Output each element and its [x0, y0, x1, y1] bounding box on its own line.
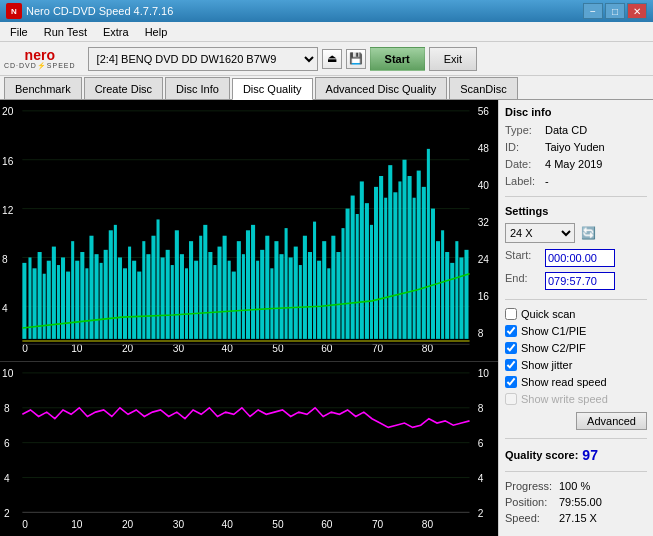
upper-chart-svg: 20 16 12 8 4 56 48 40 32 24 16 8 0 10 20…: [0, 100, 498, 361]
start-button[interactable]: Start: [370, 47, 425, 71]
tab-disc-info[interactable]: Disc Info: [165, 77, 230, 99]
progress-value: 100 %: [559, 480, 590, 492]
svg-rect-35: [57, 265, 60, 339]
end-input[interactable]: [545, 272, 615, 290]
svg-text:6: 6: [4, 436, 10, 448]
menu-run-test[interactable]: Run Test: [38, 24, 93, 40]
svg-text:60: 60: [321, 517, 332, 529]
menu-bar: File Run Test Extra Help: [0, 22, 653, 42]
svg-rect-99: [360, 181, 364, 338]
svg-rect-37: [66, 272, 70, 339]
title-bar-controls: − □ ✕: [583, 3, 647, 19]
svg-rect-115: [436, 241, 440, 339]
svg-text:0: 0: [22, 517, 28, 529]
show-c2pif-checkbox[interactable]: [505, 342, 517, 354]
svg-rect-98: [356, 214, 359, 339]
menu-help[interactable]: Help: [139, 24, 174, 40]
disc-date-label: Date:: [505, 158, 541, 170]
svg-rect-40: [80, 252, 84, 339]
svg-text:10: 10: [2, 367, 13, 379]
svg-rect-47: [114, 225, 117, 339]
svg-rect-44: [100, 263, 103, 339]
show-c2pif-row: Show C2/PIF: [505, 342, 647, 354]
svg-rect-70: [223, 236, 227, 339]
svg-rect-86: [299, 265, 302, 339]
svg-text:30: 30: [173, 342, 184, 354]
svg-rect-102: [374, 187, 378, 339]
menu-file[interactable]: File: [4, 24, 34, 40]
svg-rect-116: [441, 230, 444, 339]
svg-rect-45: [104, 250, 108, 339]
svg-rect-33: [47, 261, 51, 339]
svg-rect-49: [123, 268, 127, 339]
svg-text:40: 40: [478, 179, 489, 191]
svg-text:16: 16: [2, 155, 13, 167]
svg-rect-75: [246, 230, 250, 339]
svg-rect-68: [213, 265, 216, 339]
show-jitter-checkbox[interactable]: [505, 359, 517, 371]
disc-id-value: Taiyo Yuden: [545, 141, 605, 153]
svg-rect-122: [0, 362, 498, 536]
svg-rect-36: [61, 257, 65, 338]
svg-text:8: 8: [2, 253, 8, 265]
svg-rect-38: [71, 241, 74, 339]
save-icon[interactable]: 💾: [346, 49, 366, 69]
svg-rect-62: [185, 268, 188, 339]
show-read-speed-label: Show read speed: [521, 376, 607, 388]
minimize-button[interactable]: −: [583, 3, 603, 19]
advanced-button[interactable]: Advanced: [576, 412, 647, 430]
svg-text:4: 4: [4, 471, 10, 483]
tab-disc-quality[interactable]: Disc Quality: [232, 78, 313, 100]
maximize-button[interactable]: □: [605, 3, 625, 19]
show-write-speed-checkbox[interactable]: [505, 393, 517, 405]
svg-rect-114: [431, 209, 435, 339]
divider-3: [505, 438, 647, 439]
start-row: Start:: [505, 249, 647, 267]
settings-title: Settings: [505, 205, 647, 217]
eject-icon[interactable]: ⏏: [322, 49, 342, 69]
disc-type-value: Data CD: [545, 124, 587, 136]
end-label: End:: [505, 272, 541, 290]
start-input[interactable]: [545, 249, 615, 267]
svg-rect-113: [427, 149, 430, 339]
position-row: Position: 79:55.00: [505, 496, 647, 508]
svg-rect-105: [388, 165, 392, 339]
svg-rect-80: [270, 268, 273, 339]
quick-scan-checkbox[interactable]: [505, 308, 517, 320]
svg-rect-66: [203, 225, 207, 339]
show-c1pie-checkbox[interactable]: [505, 325, 517, 337]
toolbar: nero CD·DVD⚡SPEED [2:4] BENQ DVD DD DW16…: [0, 42, 653, 76]
tab-scan-disc[interactable]: ScanDisc: [449, 77, 517, 99]
svg-rect-63: [189, 241, 193, 339]
nero-logo-top: nero: [25, 48, 55, 62]
svg-rect-65: [199, 236, 202, 339]
speed-select[interactable]: 24 X: [505, 223, 575, 243]
show-read-speed-checkbox[interactable]: [505, 376, 517, 388]
svg-rect-55: [151, 236, 155, 339]
svg-rect-94: [336, 252, 340, 339]
exit-button[interactable]: Exit: [429, 47, 477, 71]
drive-select[interactable]: [2:4] BENQ DVD DD DW1620 B7W9: [88, 47, 318, 71]
svg-text:30: 30: [173, 517, 184, 529]
position-value: 79:55.00: [559, 496, 602, 508]
tab-create-disc[interactable]: Create Disc: [84, 77, 163, 99]
show-jitter-row: Show jitter: [505, 359, 647, 371]
svg-text:6: 6: [478, 436, 484, 448]
quick-scan-row: Quick scan: [505, 308, 647, 320]
disc-label-label: Label:: [505, 175, 541, 187]
refresh-icon[interactable]: 🔄: [579, 224, 597, 242]
svg-rect-77: [256, 261, 259, 339]
svg-text:2: 2: [4, 506, 10, 518]
tab-benchmark[interactable]: Benchmark: [4, 77, 82, 99]
quality-score-value: 97: [582, 447, 598, 463]
close-button[interactable]: ✕: [627, 3, 647, 19]
svg-text:50: 50: [272, 342, 283, 354]
svg-text:8: 8: [4, 401, 10, 413]
tab-advanced-disc-quality[interactable]: Advanced Disc Quality: [315, 77, 448, 99]
svg-text:0: 0: [22, 342, 28, 354]
menu-extra[interactable]: Extra: [97, 24, 135, 40]
svg-rect-78: [260, 250, 264, 339]
svg-rect-48: [118, 257, 122, 338]
title-bar-text: Nero CD-DVD Speed 4.7.7.16: [26, 5, 583, 17]
svg-rect-53: [142, 241, 145, 339]
